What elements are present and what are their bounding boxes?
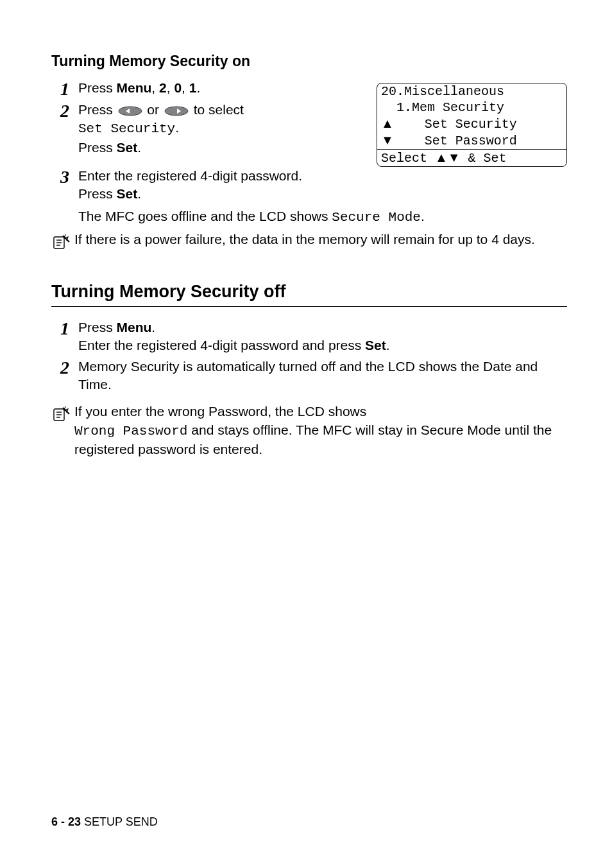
period: .	[137, 186, 141, 201]
key-menu: Menu	[117, 320, 152, 334]
heading-security-on: Turning Memory Security on	[51, 51, 567, 71]
svg-point-0	[119, 107, 142, 116]
lcd-line-1: 20.Miscellaneous	[377, 83, 566, 100]
step-number: 1	[51, 318, 69, 355]
step-off-1: 1 Press Menu. Enter the registered 4-dig…	[51, 318, 567, 355]
text: Press	[78, 80, 117, 95]
lcd-display: 20.Miscellaneous 1.Mem Security ▲ Set Se…	[377, 83, 567, 167]
note-body: If you enter the wrong Password, the LCD…	[74, 403, 567, 458]
updown-arrow-icon: ▲▼	[435, 150, 461, 164]
down-arrow-icon: ▼	[381, 133, 394, 147]
key-0: 0	[174, 80, 182, 95]
text: Enter the registered 4-digit password.	[78, 167, 567, 185]
step-on-2: 2 Press or to select Set Security. Press…	[51, 101, 362, 157]
text: The MFC goes offline and the LCD shows	[78, 209, 332, 223]
text: or	[144, 102, 163, 117]
sep: ,	[167, 80, 174, 95]
text: Enter the registered 4-digit password an…	[78, 338, 365, 352]
key-set: Set	[365, 338, 386, 352]
text: Press	[78, 320, 117, 334]
key-1: 1	[189, 80, 197, 95]
step3-line3: The MFC goes offline and the LCD shows S…	[78, 207, 567, 227]
lcd-text: Set Security	[78, 121, 175, 136]
page: Turning Memory Security on 1 Press Menu,…	[0, 0, 612, 868]
svg-point-2	[165, 107, 188, 116]
lcd-text: Set Security	[394, 117, 517, 132]
step-body: Press Menu, 2, 0, 1.	[78, 79, 362, 98]
step-body: Press or to select Set Security. Press S…	[78, 101, 362, 157]
note-line1: If you enter the wrong Password, the LCD…	[74, 403, 567, 421]
text: to select	[190, 102, 244, 117]
step1off-line2: Enter the registered 4-digit password an…	[78, 336, 567, 354]
nav-left-icon	[118, 106, 142, 116]
note-text: If there is a power failure, the data in…	[74, 230, 567, 248]
lcd-text: & Set	[461, 151, 507, 166]
page-number: 6 - 23	[51, 815, 81, 828]
step-body: Memory Security is automatically turned …	[78, 358, 567, 394]
step-number: 2	[51, 358, 69, 394]
step-on-1: 1 Press Menu, 2, 0, 1.	[51, 79, 362, 98]
nav-right-icon	[164, 106, 189, 116]
note-icon	[51, 230, 69, 257]
period: .	[421, 209, 425, 223]
step-number: 2	[51, 101, 69, 157]
lcd-line-2: 1.Mem Security	[377, 100, 566, 116]
period: .	[196, 80, 200, 95]
sep: ,	[151, 80, 159, 95]
step2-line3: Press Set.	[78, 139, 362, 157]
key-set: Set	[117, 140, 138, 155]
heading-security-off: Turning Memory Security off	[51, 280, 567, 306]
section-title: SETUP SEND	[81, 815, 158, 828]
step3-line2: Press Set.	[78, 185, 567, 203]
step-body: Enter the registered 4-digit password. P…	[78, 167, 567, 227]
period: .	[151, 320, 155, 334]
text: Press	[78, 186, 117, 201]
step2-line1: Press or to select	[78, 101, 362, 119]
key-set: Set	[117, 186, 138, 201]
period: .	[175, 120, 179, 135]
lcd-text: Select	[381, 151, 435, 166]
lcd-text: Secure Mode	[332, 210, 421, 225]
step2-line2: Set Security.	[78, 119, 362, 138]
key-menu: Menu	[117, 80, 152, 95]
up-arrow-icon: ▲	[381, 116, 394, 130]
steps-on-left: 1 Press Menu, 2, 0, 1. 2 Press or to sel…	[51, 79, 362, 159]
note-wrong-password: If you enter the wrong Password, the LCD…	[51, 403, 567, 458]
step-off-2: 2 Memory Security is automatically turne…	[51, 358, 567, 394]
step-number: 1	[51, 79, 69, 98]
period: .	[137, 140, 141, 155]
lcd-line-5: Select ▲▼ & Set	[377, 149, 566, 166]
lcd-line-3: ▲ Set Security	[377, 116, 566, 132]
steps-and-lcd-row: 1 Press Menu, 2, 0, 1. 2 Press or to sel…	[51, 79, 567, 167]
step-body: Press Menu. Enter the registered 4-digit…	[78, 318, 567, 355]
page-footer: 6 - 23 SETUP SEND	[51, 814, 158, 829]
text: Press	[78, 140, 117, 155]
lcd-text: Set Password	[394, 134, 517, 148]
step-on-3: 3 Enter the registered 4-digit password.…	[51, 167, 567, 227]
period: .	[386, 338, 390, 352]
text: Press	[78, 102, 117, 117]
sep: ,	[182, 80, 189, 95]
note-power-failure: If there is a power failure, the data in…	[51, 230, 567, 257]
key-2: 2	[159, 80, 167, 95]
step-number: 3	[51, 167, 69, 227]
lcd-text: Wrong Password	[74, 424, 187, 438]
step1off-line1: Press Menu.	[78, 318, 567, 336]
note-icon	[51, 403, 69, 429]
lcd-line-4: ▼ Set Password	[377, 132, 566, 149]
note-line2: Wrong Password and stays offline. The MF…	[74, 421, 567, 459]
